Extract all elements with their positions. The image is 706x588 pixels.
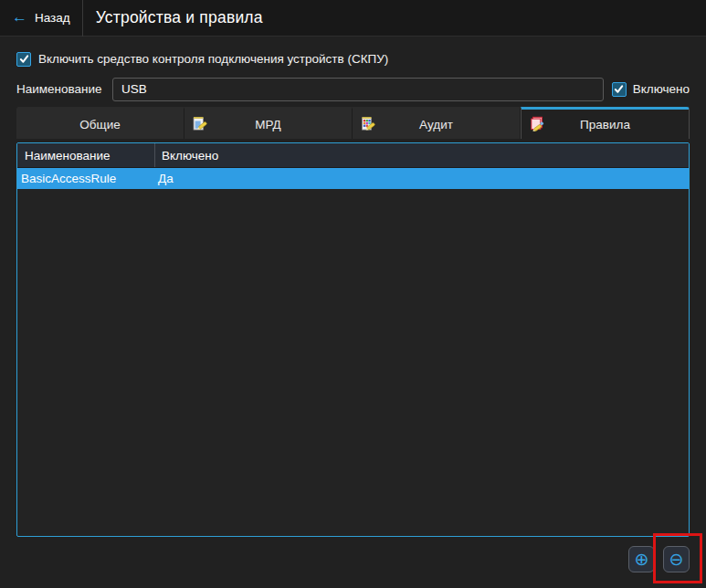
tab-mrd[interactable]: МРД [184,107,353,139]
plus-circle-icon: ⊕ [635,551,649,568]
red-pages-pencil-icon [528,116,545,133]
top-bar: ← Назад Устройства и правила [0,0,706,37]
back-button-label: Назад [35,11,70,25]
skpu-enable-row: Включить средство контроля подключения у… [16,51,690,67]
tab-audit[interactable]: Аудит [353,107,521,139]
name-field-label: Наименование [16,82,112,96]
table-row-basicaccessrule[interactable]: BasicAccessRule Да [17,168,689,189]
enabled-checkbox-wrap: Включено [612,82,690,97]
remove-rule-button[interactable]: ⊖ [663,546,690,572]
page-title: Устройства и правила [96,8,263,27]
enabled-checkbox-label: Включено [633,82,690,96]
row-cell-name: BasicAccessRule [17,172,155,185]
column-header-name[interactable]: Наименование [17,143,155,167]
back-button[interactable]: ← Назад [0,0,82,36]
tab-rules-label: Правила [580,118,630,131]
checkmark-icon [614,84,624,94]
minus-circle-icon: ⊖ [669,551,684,568]
topbar-divider [82,0,83,37]
skpu-enable-label: Включить средство контроля подключения у… [38,52,388,66]
tab-audit-label: Аудит [419,118,453,131]
tab-bar: Общие МРД [16,107,690,139]
rules-table-header: Наименование Включено [17,143,689,168]
tab-general-label: Общие [79,118,120,131]
row-cell-enabled: Да [155,172,689,185]
back-arrow-icon: ← [12,9,27,25]
name-row: Наименование Включено [16,77,690,101]
tab-general[interactable]: Общие [16,107,184,139]
notepad-pencil-icon [191,116,208,133]
enabled-checkbox[interactable] [612,82,627,97]
checkmark-icon [19,54,29,64]
skpu-enable-checkbox[interactable] [16,52,31,67]
rules-table: Наименование Включено BasicAccessRule Да [16,142,690,537]
column-header-enabled[interactable]: Включено [155,143,689,167]
name-input[interactable] [112,78,604,101]
main-content: Включить средство контроля подключения у… [0,51,706,572]
tab-rules[interactable]: Правила [521,107,690,139]
notepad-grid-pencil-icon [359,116,376,133]
tab-mrd-label: МРД [255,118,281,131]
table-actions-row: ⊕ ⊖ [16,546,690,572]
add-rule-button[interactable]: ⊕ [628,546,655,572]
